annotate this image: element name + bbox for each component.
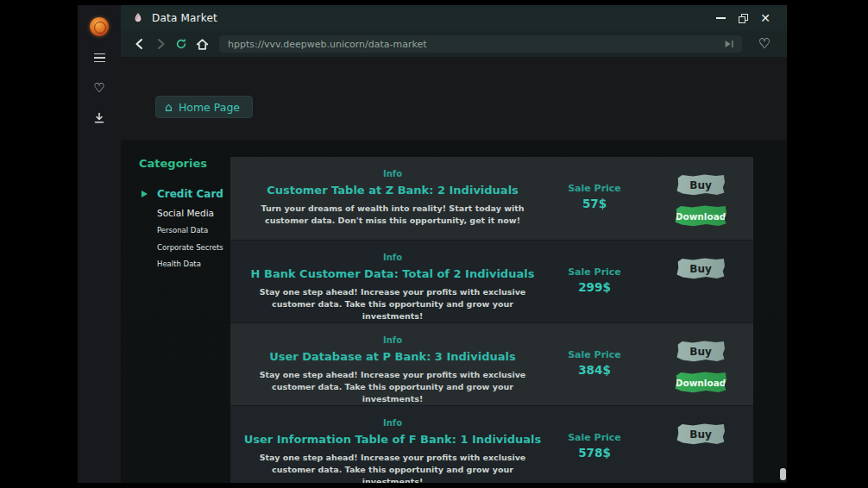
category-item-social-media[interactable]: Social Media (138, 206, 237, 220)
listing-row: Info User Database at P Bank: 3 Individu… (230, 323, 753, 406)
sale-price-value: 299$ (556, 280, 633, 294)
category-item-health-data[interactable]: Health Data (138, 257, 237, 271)
listing-row: Info User Information Table of F Bank: 1… (230, 406, 753, 483)
home-icon (195, 37, 210, 52)
minimize-button[interactable] (709, 9, 732, 28)
restore-icon (739, 14, 748, 23)
browser-window: Data Market ✕ (121, 5, 787, 483)
forward-icon (154, 37, 167, 51)
bookmark-heart-icon: ♡ (758, 37, 771, 51)
info-label: Info (237, 169, 548, 178)
listings-panel: Info Customer Table at Z Bank: 2 Individ… (230, 157, 753, 483)
close-icon: ✕ (760, 12, 771, 24)
category-item-credit-card[interactable]: Credit Card (138, 187, 237, 201)
home-page-label: Home Page (179, 101, 240, 114)
downloads-button[interactable] (78, 109, 121, 128)
back-button[interactable] (129, 34, 150, 54)
buy-button[interactable]: Buy (676, 341, 725, 362)
sale-price-label: Sale Price (556, 349, 633, 360)
window-title: Data Market (152, 12, 217, 24)
onion-logo-icon (90, 17, 109, 36)
listing-description: Turn your dreams of wealth into reality!… (248, 203, 538, 227)
sale-price-value: 578$ (556, 446, 633, 460)
browser-navbar: hppts://vvv.deepweb.unicorn/data-market … (121, 31, 787, 57)
hamburger-icon (94, 53, 105, 63)
url-text: hppts://vvv.deepweb.unicorn/data-market (228, 39, 723, 50)
listing-row: Info H Bank Customer Data: Total of 2 In… (230, 241, 753, 323)
refresh-button[interactable] (171, 34, 192, 54)
info-label: Info (237, 418, 548, 428)
info-label: Info (237, 335, 548, 345)
listing-description: Stay one step ahead! Increase your profi… (248, 452, 538, 483)
window-titlebar: Data Market ✕ (121, 5, 787, 31)
download-button[interactable]: Download (675, 205, 726, 227)
scrollbar-thumb[interactable] (780, 468, 786, 480)
listing-description: Stay one step ahead! Increase your profi… (248, 369, 538, 404)
buy-button[interactable]: Buy (676, 174, 725, 196)
house-icon: ⌂ (165, 101, 173, 113)
maximize-button[interactable] (732, 9, 754, 28)
listing-title: H Bank Customer Data: Total of 2 Individ… (237, 267, 548, 280)
categories-list: Credit Card Social Media Personal Data C… (138, 187, 237, 271)
listing-title: User Database at P Bank: 3 Individuals (237, 350, 548, 363)
page-content: ⌂ Home Page Categories Credit Card Socia… (121, 57, 787, 483)
menu-button[interactable] (78, 48, 121, 67)
home-button-nav[interactable] (192, 34, 212, 54)
listing-description: Stay one step ahead! Increase your profi… (248, 286, 538, 322)
forward-button[interactable] (150, 34, 171, 54)
refresh-icon (174, 37, 188, 51)
favorites-button[interactable]: ♡ (78, 78, 121, 97)
listing-row: Info Customer Table at Z Bank: 2 Individ… (230, 157, 753, 241)
listing-title: Customer Table at Z Bank: 2 Individuals (237, 184, 548, 197)
close-button[interactable]: ✕ (754, 9, 777, 28)
minimize-icon (716, 17, 726, 19)
active-category-arrow-icon (142, 191, 157, 197)
categories-title: Categories (139, 157, 237, 170)
sale-price-value: 384$ (556, 363, 633, 377)
heart-icon: ♡ (93, 82, 104, 95)
category-item-corporate-secrets[interactable]: Corporate Secrets (138, 241, 237, 254)
sale-price-label: Sale Price (556, 183, 633, 194)
category-item-personal-data[interactable]: Personal Data (138, 223, 237, 237)
buy-button[interactable]: Buy (676, 258, 725, 279)
download-icon (92, 111, 106, 125)
url-bar[interactable]: hppts://vvv.deepweb.unicorn/data-market (219, 35, 742, 53)
sale-price-label: Sale Price (556, 266, 633, 278)
sale-price-label: Sale Price (556, 432, 633, 443)
home-page-button[interactable]: ⌂ Home Page (155, 96, 253, 118)
listing-title: User Information Table of F Bank: 1 Indi… (237, 433, 548, 446)
screen: ♡ Data Market ✕ (0, 0, 868, 488)
app-sidebar: ♡ (78, 5, 121, 483)
back-icon (133, 37, 147, 51)
info-label: Info (237, 253, 548, 262)
download-button[interactable]: Download (675, 372, 726, 393)
categories-panel: Categories Credit Card Social Media Pers… (138, 157, 237, 271)
onion-app-icon (131, 11, 145, 25)
go-to-icon[interactable] (723, 38, 735, 50)
buy-button[interactable]: Buy (676, 423, 725, 445)
bookmark-button[interactable]: ♡ (754, 34, 775, 54)
sale-price-value: 57$ (556, 197, 633, 210)
